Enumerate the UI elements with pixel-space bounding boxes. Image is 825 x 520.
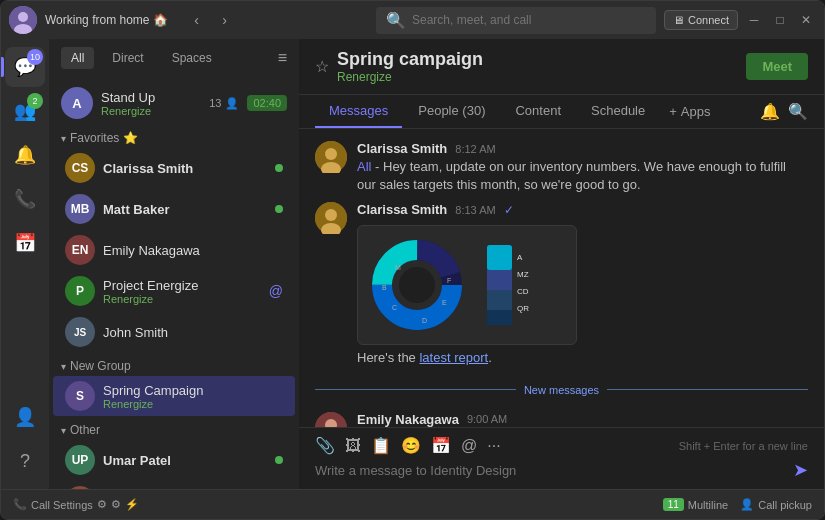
call-pickup-label: Call pickup [758, 499, 812, 511]
rail-item-calendar[interactable]: 📅 [5, 223, 45, 263]
star-icon[interactable]: ☆ [315, 57, 329, 76]
msg-avatar-clarissa-1 [315, 141, 347, 173]
svg-text:M: M [395, 264, 401, 271]
tab-schedule[interactable]: Schedule [577, 95, 659, 128]
section-new-group[interactable]: ▾ New Group [49, 353, 299, 375]
contact-clarissa-smith[interactable]: CS Clarissa Smith [53, 148, 295, 188]
emily-name: Emily Nakagawa [103, 243, 283, 258]
contact-john-smith[interactable]: JS John Smith [53, 312, 295, 352]
user-avatar[interactable] [9, 6, 37, 34]
filter-button[interactable]: ≡ [278, 49, 287, 67]
tab-all[interactable]: All [61, 47, 94, 69]
msg-sender-3: Emily Nakagawa [357, 412, 459, 427]
tab-content[interactable]: Content [501, 95, 575, 128]
multiline-item[interactable]: 11 Multiline [663, 498, 728, 511]
close-button[interactable]: ✕ [796, 10, 816, 30]
clarissa-status-dot [275, 164, 283, 172]
msg-sender-1: Clarissa Smith [357, 141, 447, 156]
notification-icon[interactable]: 🔔 [760, 102, 780, 121]
chat-panel: ☆ Spring campaign Renergize Meet Message… [299, 39, 824, 489]
at-icon[interactable]: @ [461, 437, 477, 455]
contact-isabelle-brennan[interactable]: IB Isabelle Brennan [53, 481, 295, 489]
nav-forward-button[interactable]: › [212, 8, 236, 32]
chat-subtitle: Renergize [337, 70, 483, 84]
tab-direct[interactable]: Direct [102, 47, 153, 69]
nav-back-button[interactable]: ‹ [184, 8, 208, 32]
settings-icon-1[interactable]: ⚙ [97, 498, 107, 511]
plus-icon: + [669, 104, 677, 119]
settings-icon-2[interactable]: ⚙ [111, 498, 121, 511]
tab-add-apps[interactable]: + Apps [661, 96, 718, 127]
call-settings-item[interactable]: 📞 Call Settings ⚙ ⚙ ⚡ [13, 498, 139, 511]
msg-sender-2: Clarissa Smith [357, 202, 447, 217]
image-icon[interactable]: 🖼 [345, 437, 361, 455]
svg-text:A: A [517, 253, 523, 262]
contact-emily-nakagawa[interactable]: EN Emily Nakagawa [53, 230, 295, 270]
spring-avatar: S [65, 381, 95, 411]
umar-status-dot [275, 456, 283, 464]
msg-time-2: 8:13 AM [455, 204, 495, 216]
call-pickup-item[interactable]: 👤 Call pickup [740, 498, 812, 511]
spring-info: Spring Campaign Renergize [103, 383, 283, 410]
activity-icon: 🔔 [14, 144, 36, 166]
attach-icon[interactable]: 📎 [315, 436, 335, 455]
schedule-icon[interactable]: 📅 [431, 436, 451, 455]
rail-item-teams[interactable]: 👥 2 [5, 91, 45, 131]
svg-rect-18 [487, 310, 512, 325]
umar-name: Umar Patel [103, 453, 267, 468]
contact-umar-patel[interactable]: UP Umar Patel [53, 440, 295, 480]
msg-header-1: Clarissa Smith 8:12 AM [357, 141, 808, 156]
status-text: Working from home [45, 13, 149, 27]
settings-icon-3[interactable]: ⚡ [125, 498, 139, 511]
rail-item-activity[interactable]: 🔔 [5, 135, 45, 175]
contact-spring-campaign[interactable]: S Spring Campaign Renergize [53, 376, 295, 416]
main-layout: 💬 10 👥 2 🔔 📞 📅 👤 ? [1, 39, 824, 489]
svg-point-13 [399, 267, 435, 303]
maximize-button[interactable]: □ [770, 10, 790, 30]
contact-matt-baker[interactable]: MB Matt Baker [53, 189, 295, 229]
chat-title: ☆ Spring campaign Renergize [315, 49, 746, 84]
section-other[interactable]: ▾ Other [49, 417, 299, 439]
standup-meeting-item[interactable]: A Stand Up Renergize 13 👤 02:40 [49, 81, 299, 125]
section-favorites[interactable]: ▾ Favorites ⭐ [49, 125, 299, 147]
project-sub: Renergize [103, 293, 261, 305]
rail-item-people[interactable]: 👤 [5, 397, 45, 437]
search-chat-icon[interactable]: 🔍 [788, 102, 808, 121]
clarissa-avatar: CS [65, 153, 95, 183]
svg-rect-16 [487, 270, 512, 290]
connect-button[interactable]: 🖥 Connect [664, 10, 738, 30]
msg-header-3: Emily Nakagawa 9:00 AM [357, 412, 808, 427]
minimize-button[interactable]: ─ [744, 10, 764, 30]
person-icon: 👤 [740, 498, 754, 511]
divider-label: New messages [524, 384, 599, 396]
send-button[interactable]: ➤ [793, 459, 808, 481]
tab-spaces[interactable]: Spaces [162, 47, 222, 69]
emoji-icon[interactable]: 😊 [401, 436, 421, 455]
msg-header-2: Clarissa Smith 8:13 AM ✓ [357, 202, 808, 217]
clipboard-icon[interactable]: 📋 [371, 436, 391, 455]
chevron-down-icon-2: ▾ [61, 361, 66, 372]
message-input[interactable] [315, 463, 785, 478]
search-input[interactable] [412, 13, 646, 27]
chart-container: A MZ CD QR M B C D E F [357, 225, 577, 345]
divider-line-right [607, 389, 808, 390]
contact-project-energize[interactable]: P Project Energize Renergize @ [53, 271, 295, 311]
tab-messages[interactable]: Messages [315, 95, 402, 128]
report-link[interactable]: latest report [419, 350, 488, 365]
input-row: ➤ [315, 459, 808, 481]
umar-avatar: UP [65, 445, 95, 475]
search-bar[interactable]: 🔍 [376, 7, 656, 34]
svg-text:D: D [422, 317, 427, 324]
svg-text:MZ: MZ [517, 270, 529, 279]
star-icon: ⭐ [123, 131, 138, 145]
meet-button[interactable]: Meet [746, 53, 808, 80]
tab-people[interactable]: People (30) [404, 95, 499, 128]
rail-item-help[interactable]: ? [5, 441, 45, 481]
rail-item-chat[interactable]: 💬 10 [5, 47, 45, 87]
more-icon[interactable]: ··· [487, 437, 500, 455]
chat-header: ☆ Spring campaign Renergize Meet [299, 39, 824, 95]
all-mention: All [357, 159, 371, 174]
msg-avatar-clarissa-2 [315, 202, 347, 234]
rail-item-calls[interactable]: 📞 [5, 179, 45, 219]
chart-svg: A MZ CD QR M B C D E F [367, 235, 567, 335]
